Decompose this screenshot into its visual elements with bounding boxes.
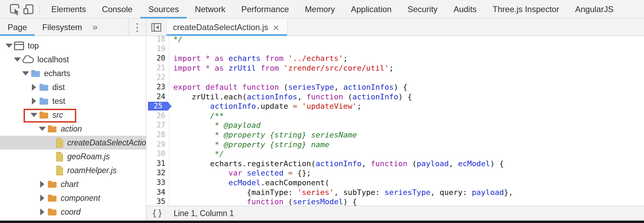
toolbar-icon-group xyxy=(0,0,35,18)
collapsed-arrow-icon[interactable] xyxy=(40,181,44,188)
editor-tab-createdataselectaction[interactable]: createDataSelectAction.js × xyxy=(166,19,287,36)
navigator-file-tree: toplocalhostechartsdisttestsrcactioncrea… xyxy=(0,36,146,221)
tree-item-chart[interactable]: chart xyxy=(0,177,146,191)
line-number-31[interactable]: 31 xyxy=(146,159,169,169)
line-number-28[interactable]: 28 xyxy=(146,130,169,140)
panel-tab-audits[interactable]: Audits xyxy=(445,0,485,18)
line-number-35[interactable]: 35 xyxy=(146,197,169,207)
line-number-30[interactable]: 30 xyxy=(146,149,169,159)
tree-item-label: createDataSelectActio xyxy=(67,138,146,148)
line-number-32[interactable]: 32 xyxy=(146,168,169,178)
panel-tab-security[interactable]: Security xyxy=(400,0,446,18)
close-tab-icon[interactable]: × xyxy=(273,23,279,33)
cloud-icon xyxy=(22,55,34,64)
tree-item-label: coord xyxy=(61,207,81,217)
expanded-arrow-icon[interactable] xyxy=(22,71,29,75)
more-tabs-chevron-icon[interactable]: » xyxy=(90,19,101,36)
toolbar-divider xyxy=(40,3,40,15)
frame-icon xyxy=(14,41,24,51)
inspect-element-icon[interactable] xyxy=(8,2,21,16)
hide-navigator-icon[interactable] xyxy=(146,19,166,36)
tree-item-createdataselectactio[interactable]: createDataSelectActio xyxy=(0,136,146,150)
expanded-arrow-icon[interactable] xyxy=(39,127,46,131)
expanded-arrow-icon[interactable] xyxy=(14,57,21,62)
line-number-26[interactable]: 26 xyxy=(146,111,169,121)
code-line-22 xyxy=(173,73,644,82)
collapsed-arrow-icon[interactable] xyxy=(32,98,36,105)
line-number-24[interactable]: 24 xyxy=(146,92,169,102)
panel-tab-memory[interactable]: Memory xyxy=(297,0,343,18)
expanded-arrow-icon[interactable] xyxy=(6,44,12,48)
code-line-26: /** xyxy=(173,111,644,121)
tree-item-component[interactable]: component xyxy=(0,191,146,205)
line-number-34[interactable]: 34 xyxy=(146,188,169,197)
line-number-18[interactable]: 18 xyxy=(146,36,169,44)
code-scroll-area: 181920212223242526272829303132333435 */ … xyxy=(146,36,644,207)
tree-item-label: roamHelper.js xyxy=(67,166,116,175)
tree-item-localhost[interactable]: localhost xyxy=(0,53,146,66)
devtools-main-toolbar: ElementsConsoleSourcesNetworkPerformance… xyxy=(0,0,644,19)
panel-tab-angularjs[interactable]: AngularJS xyxy=(567,0,621,18)
panel-tab-application[interactable]: Application xyxy=(343,0,399,18)
panel-tab-sources[interactable]: Sources xyxy=(140,0,187,18)
panel-tab-elements[interactable]: Elements xyxy=(43,0,94,18)
tree-item-top[interactable]: top xyxy=(0,39,146,53)
navigator-tab-page[interactable]: Page xyxy=(0,19,35,36)
tree-item-roamhelper-js[interactable]: roamHelper.js xyxy=(0,163,146,177)
line-number-20[interactable]: 20 xyxy=(146,54,169,63)
collapsed-arrow-icon[interactable] xyxy=(32,84,36,91)
folder-blue-icon xyxy=(39,97,49,105)
code-line-28: * @property {string} seriesName xyxy=(173,130,644,140)
code-line-30: */ xyxy=(173,149,644,159)
tree-item-label: localhost xyxy=(37,55,69,64)
collapsed-arrow-icon[interactable] xyxy=(40,208,44,215)
tree-item-test[interactable]: test xyxy=(0,94,146,108)
tree-item-label: top xyxy=(28,41,39,51)
navigator-tabs: PageFilesystem xyxy=(0,19,90,36)
editor-tabstrip: createDataSelectAction.js × xyxy=(146,19,644,36)
tree-item-label: src xyxy=(52,110,63,120)
code-line-25: actionInfo.update = 'updateView'; xyxy=(173,101,644,111)
tree-item-label: geoRoam.js xyxy=(67,152,110,161)
tree-item-action[interactable]: action xyxy=(0,122,146,136)
device-toolbar-icon[interactable] xyxy=(21,2,35,16)
code-text-area[interactable]: */ import * as echarts from '../echarts'… xyxy=(169,36,644,207)
panel-tab-three-js-inspector[interactable]: Three.js Inspector xyxy=(485,0,567,18)
code-editor[interactable]: 181920212223242526272829303132333435 */ … xyxy=(146,36,644,221)
code-line-21: import * as zrUtil from 'zrender/src/cor… xyxy=(173,63,644,73)
sources-subbar: PageFilesystem » ⋮ createDataSelectActio… xyxy=(0,19,644,36)
line-number-21[interactable]: 21 xyxy=(146,63,169,73)
code-line-31: echarts.registerAction(actionInfo, funct… xyxy=(173,159,644,169)
tree-item-coord[interactable]: coord xyxy=(0,205,146,219)
pretty-print-icon[interactable]: {} xyxy=(152,208,163,218)
folder-orange-icon xyxy=(47,208,57,216)
code-line-33: ecModel.eachComponent( xyxy=(173,178,644,188)
collapsed-arrow-icon[interactable] xyxy=(40,195,44,202)
panel-tab-network[interactable]: Network xyxy=(187,0,233,18)
line-number-25[interactable]: 25 xyxy=(146,101,169,111)
code-line-27: * @payload xyxy=(173,121,644,130)
line-number-33[interactable]: 33 xyxy=(146,178,169,188)
navigator-menu-icon[interactable]: ⋮ xyxy=(129,19,146,36)
folder-orange-icon xyxy=(47,125,57,133)
navigator-tab-filesystem[interactable]: Filesystem xyxy=(35,19,90,36)
code-line-18: */ xyxy=(173,36,644,44)
tree-item-dist[interactable]: dist xyxy=(0,80,146,94)
folder-orange-icon xyxy=(47,194,57,202)
file-icon xyxy=(55,152,64,162)
line-number-19[interactable]: 19 xyxy=(146,44,169,54)
tree-item-src[interactable]: src xyxy=(0,108,146,122)
line-number-29[interactable]: 29 xyxy=(146,140,169,150)
panel-tab-console[interactable]: Console xyxy=(94,0,140,18)
editor-status-bar: {} Line 1, Column 1 xyxy=(146,206,644,221)
tree-item-label: test xyxy=(52,97,65,106)
line-number-27[interactable]: 27 xyxy=(146,121,169,130)
line-number-gutter[interactable]: 181920212223242526272829303132333435 xyxy=(146,36,169,207)
tree-item-georoam-js[interactable]: geoRoam.js xyxy=(0,150,146,163)
panel-tab-performance[interactable]: Performance xyxy=(233,0,297,18)
breakpoint-badge[interactable]: 25 xyxy=(148,102,172,110)
tree-item-echarts[interactable]: echarts xyxy=(0,66,146,80)
expanded-arrow-icon[interactable] xyxy=(31,113,37,117)
line-number-22[interactable]: 22 xyxy=(146,73,169,82)
line-number-23[interactable]: 23 xyxy=(146,82,169,92)
